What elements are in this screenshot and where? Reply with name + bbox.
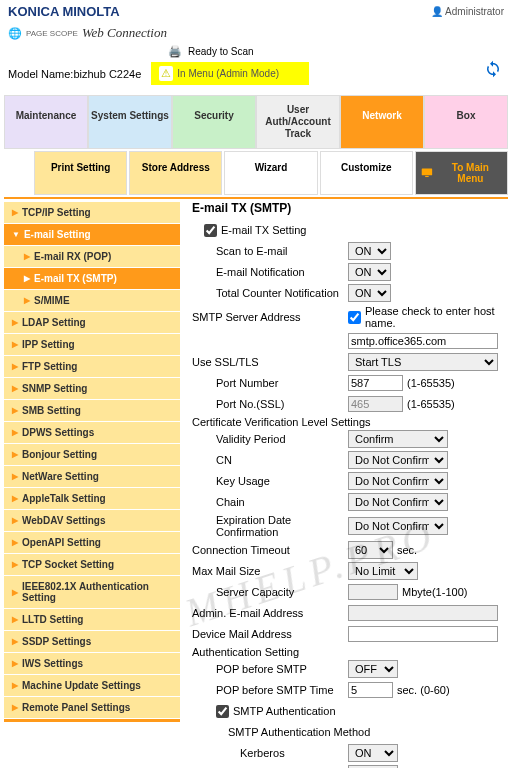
reload-icon[interactable] — [484, 60, 502, 80]
form-title: E-mail TX (SMTP) — [192, 201, 508, 215]
port-ssl-label: Port No.(SSL) — [216, 398, 346, 410]
conn-timeout-select[interactable]: 60 — [348, 541, 393, 559]
conn-timeout-label: Connection Timeout — [192, 544, 342, 556]
port-ssl-range: (1-65535) — [407, 398, 455, 410]
use-ssl-label: Use SSL/TLS — [192, 356, 342, 368]
port-number-input[interactable] — [348, 375, 403, 391]
port-number-label: Port Number — [216, 377, 346, 389]
sidebar-ssdp[interactable]: SSDP Settings — [4, 630, 180, 652]
total-counter-label: Total Counter Notification — [216, 287, 346, 299]
server-cap-label: Server Capacity — [216, 586, 346, 598]
model-name: Model Name:bizhub C224e — [8, 68, 141, 80]
server-cap-input — [348, 584, 398, 600]
pop-time-range: sec. (0-60) — [397, 684, 450, 696]
kerberos-select[interactable]: ON — [348, 744, 398, 762]
sidebar-openapi[interactable]: OpenAPI Setting — [4, 531, 180, 553]
web-connection-title: Web Connection — [82, 25, 167, 41]
sidebar-machine-update[interactable]: Machine Update Settings — [4, 674, 180, 696]
tab-box[interactable]: Box — [424, 95, 508, 149]
svg-rect-1 — [425, 176, 428, 177]
printer-icon: 🖨️ — [168, 45, 182, 58]
sidebar-email-rx[interactable]: E-mail RX (POP) — [4, 245, 180, 267]
sidebar-netware[interactable]: NetWare Setting — [4, 465, 180, 487]
sidebar-lltd[interactable]: LLTD Setting — [4, 608, 180, 630]
sidebar-email-tx[interactable]: E-mail TX (SMTP) — [4, 267, 180, 289]
chain-select[interactable]: Do Not Confirm — [348, 493, 448, 511]
sidebar-iws[interactable]: IWS Settings — [4, 652, 180, 674]
subtab-to-main-menu[interactable]: To Main Menu — [415, 151, 508, 195]
admin-mode-banner: In Menu (Admin Mode) — [151, 62, 309, 85]
sidebar-tcpsocket[interactable]: TCP Socket Setting — [4, 553, 180, 575]
device-email-label: Device Mail Address — [192, 628, 342, 640]
smtp-auth-check[interactable] — [216, 705, 229, 718]
auth-section-label: Authentication Setting — [192, 646, 508, 658]
admin-email-label: Admin. E-mail Address — [192, 607, 342, 619]
sidebar-appletalk[interactable]: AppleTalk Setting — [4, 487, 180, 509]
tab-user-auth[interactable]: User Auth/Account Track — [256, 95, 340, 149]
email-notif-select[interactable]: ON — [348, 263, 391, 281]
page-scope: PAGE SCOPE — [26, 29, 78, 38]
sidebar-ldap[interactable]: LDAP Setting — [4, 311, 180, 333]
sidebar-tcpip[interactable]: TCP/IP Setting — [4, 201, 180, 223]
validity-label: Validity Period — [216, 433, 346, 445]
max-mail-label: Max Mail Size — [192, 565, 342, 577]
subtab-store-address[interactable]: Store Address — [129, 151, 222, 195]
sidebar-ftp[interactable]: FTP Setting — [4, 355, 180, 377]
tab-network[interactable]: Network — [340, 95, 424, 149]
smtp-server-label: SMTP Server Address — [192, 311, 342, 323]
sec-label: sec. — [397, 544, 417, 556]
svg-rect-0 — [422, 168, 432, 175]
ready-status: Ready to Scan — [188, 46, 254, 57]
port-range: (1-65535) — [407, 377, 455, 389]
sidebar-remote-panel[interactable]: Remote Panel Settings — [4, 696, 180, 718]
subtab-print-setting[interactable]: Print Setting — [34, 151, 127, 195]
chain-label: Chain — [216, 496, 346, 508]
tab-system-settings[interactable]: System Settings — [88, 95, 172, 149]
cn-select[interactable]: Do Not Confirm — [348, 451, 448, 469]
sidebar-bonjour[interactable]: Bonjour Setting — [4, 443, 180, 465]
sidebar-webdav[interactable]: WebDAV Settings — [4, 509, 180, 531]
email-tx-setting-check[interactable] — [204, 224, 217, 237]
total-counter-select[interactable]: ON — [348, 284, 391, 302]
brand-logo: KONICA MINOLTA — [8, 4, 120, 19]
pop-time-input[interactable] — [348, 682, 393, 698]
admin-email-input — [348, 605, 498, 621]
smtp-auth-label: SMTP Authentication — [233, 705, 336, 717]
sidebar-smime[interactable]: S/MIME — [4, 289, 180, 311]
key-usage-select[interactable]: Do Not Confirm — [348, 472, 448, 490]
smtp-server-input[interactable] — [348, 333, 498, 349]
display-icon — [420, 166, 434, 180]
host-name-check[interactable] — [348, 311, 361, 324]
max-mail-select[interactable]: No Limit — [348, 562, 418, 580]
sidebar-snmp[interactable]: SNMP Setting — [4, 377, 180, 399]
expiration-label: Expiration Date Confirmation — [216, 514, 346, 538]
key-usage-label: Key Usage — [216, 475, 346, 487]
pop-before-select[interactable]: OFF — [348, 660, 398, 678]
host-name-label: Please check to enter host name. — [365, 305, 508, 329]
tab-security[interactable]: Security — [172, 95, 256, 149]
email-notif-label: E-mail Notification — [216, 266, 346, 278]
subtab-wizard[interactable]: Wizard — [224, 151, 317, 195]
device-email-input[interactable] — [348, 626, 498, 642]
expiration-select[interactable]: Do Not Confirm — [348, 517, 448, 535]
sidebar-ieee8021x[interactable]: IEEE802.1X Authentication Setting — [4, 575, 180, 608]
port-ssl-input — [348, 396, 403, 412]
pop-before-label: POP before SMTP — [216, 663, 346, 675]
cn-label: CN — [216, 454, 346, 466]
sidebar-dpws[interactable]: DPWS Settings — [4, 421, 180, 443]
mbyte-range: Mbyte(1-100) — [402, 586, 467, 598]
cert-section-label: Certificate Verification Level Settings — [192, 416, 508, 428]
sidebar-ipp[interactable]: IPP Setting — [4, 333, 180, 355]
validity-select[interactable]: Confirm — [348, 430, 448, 448]
use-ssl-select[interactable]: Start TLS — [348, 353, 498, 371]
email-tx-setting-label: E-mail TX Setting — [221, 224, 306, 236]
scan-to-email-select[interactable]: ON — [348, 242, 391, 260]
scan-to-email-label: Scan to E-mail — [216, 245, 346, 257]
subtab-customize[interactable]: Customize — [320, 151, 413, 195]
kerberos-label: Kerberos — [240, 747, 285, 759]
tab-maintenance[interactable]: Maintenance — [4, 95, 88, 149]
sidebar-smb[interactable]: SMB Setting — [4, 399, 180, 421]
admin-label: 👤 Administrator — [431, 6, 504, 17]
sidebar-email-setting[interactable]: E-mail Setting — [4, 223, 180, 245]
globe-icon: 🌐 — [8, 27, 22, 40]
